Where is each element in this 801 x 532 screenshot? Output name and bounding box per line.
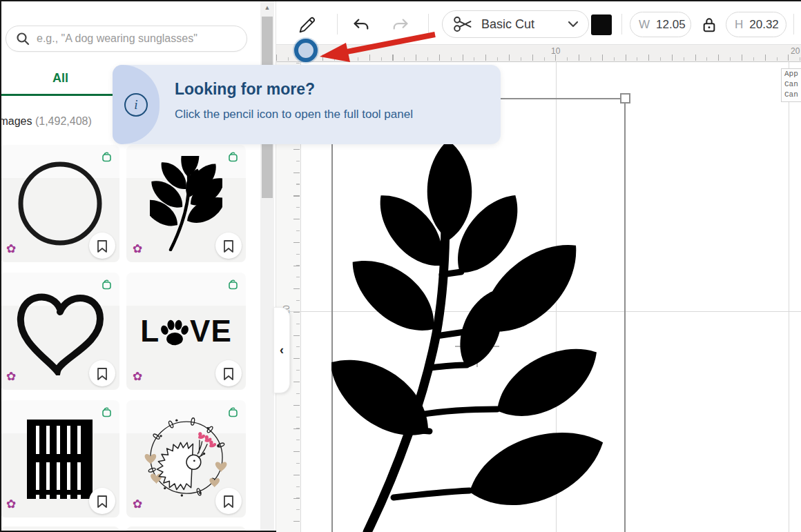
- height-label: H: [735, 18, 743, 32]
- toolbar-divider: [621, 14, 622, 35]
- bookmark-button[interactable]: [215, 360, 242, 386]
- bookmark-icon: [97, 367, 108, 380]
- height-field[interactable]: H 20.32: [726, 12, 786, 37]
- access-badge-icon: [101, 151, 113, 163]
- scissors-icon: [452, 13, 473, 35]
- design-app-window: All Images (1,492,408) ✿: [0, 0, 801, 532]
- pencil-tool-button[interactable]: [293, 11, 320, 39]
- undo-button[interactable]: [347, 11, 375, 39]
- image-tile-hedgehog-wreath[interactable]: ✿: [126, 400, 246, 518]
- linetype-label: Basic Cut: [481, 17, 568, 32]
- access-badge-icon: [227, 406, 239, 418]
- love-letter-l: L: [140, 314, 160, 348]
- tab-all[interactable]: All: [0, 71, 121, 86]
- lock-aspect-button[interactable]: [699, 15, 720, 35]
- ruler-label-10: 10: [551, 46, 560, 56]
- overlay-line: Can: [784, 90, 801, 100]
- selection-resize-handle[interactable]: [620, 93, 630, 104]
- window-border: [0, 0, 801, 1]
- access-badge-icon: [101, 406, 113, 418]
- bookmark-button[interactable]: [89, 360, 115, 386]
- leaf-branch-canvas-object[interactable]: [331, 99, 626, 532]
- image-tile-pallet[interactable]: ✿: [0, 400, 119, 518]
- highlight-circle-annotation: [294, 39, 318, 62]
- overlay-line: Can: [784, 79, 801, 90]
- access-badge-icon: [227, 151, 239, 163]
- bookmark-icon: [97, 495, 108, 508]
- image-tile-circle[interactable]: ✿: [0, 145, 119, 262]
- toolbar-divider: [337, 14, 338, 35]
- search-input[interactable]: [37, 32, 237, 45]
- scrollbar-up-arrow[interactable]: ▲: [260, 1, 274, 14]
- bookmark-icon: [223, 495, 234, 508]
- width-label: W: [639, 18, 650, 32]
- search-icon: [16, 32, 30, 46]
- access-badge-icon: [101, 279, 113, 290]
- debug-overlay-box: App Can Can: [781, 68, 801, 102]
- tooltip-body: Click the pencil icon to open the full t…: [175, 108, 413, 121]
- info-icon: i: [124, 93, 148, 117]
- chevron-left-icon: ‹: [280, 343, 284, 357]
- looking-for-more-tooltip: i Looking for more? Click the pencil ico…: [113, 65, 501, 144]
- horizontal-ruler: 10 20: [276, 44, 801, 62]
- bookmark-icon: [223, 239, 234, 253]
- collapse-panel-button[interactable]: ‹: [273, 307, 290, 393]
- redo-icon: [392, 16, 409, 34]
- bookmark-icon: [97, 239, 108, 253]
- bookmark-button[interactable]: [89, 488, 115, 514]
- canvas-toolbar: Basic Cut W 12.05 H 20.32: [276, 1, 801, 44]
- color-swatch[interactable]: [591, 14, 612, 35]
- love-letters-ve: VE: [190, 314, 232, 348]
- access-flower-icon: ✿: [6, 498, 16, 510]
- height-value: 20.32: [749, 18, 779, 32]
- overlay-line: App: [784, 69, 801, 79]
- gridline-vertical-20: [789, 62, 789, 532]
- access-flower-icon: ✿: [6, 243, 16, 255]
- chevron-down-icon: [568, 21, 579, 28]
- ruler-label-20: 20: [791, 46, 800, 56]
- image-tile-leaf-branch[interactable]: ✿: [126, 145, 246, 262]
- ruler-unit-ticks: [276, 55, 801, 61]
- image-tile-heart[interactable]: ✿: [0, 273, 119, 390]
- access-flower-icon: ✿: [6, 371, 16, 382]
- image-tile-love-paw[interactable]: L VE ✿: [126, 273, 246, 390]
- linetype-dropdown[interactable]: Basic Cut: [442, 10, 589, 38]
- pencil-icon: [296, 14, 317, 35]
- access-badge-icon: [227, 279, 239, 290]
- toolbar-divider: [428, 14, 429, 35]
- search-field[interactable]: [6, 26, 247, 52]
- tooltip-title: Looking for more?: [175, 80, 315, 99]
- access-flower-icon: ✿: [133, 498, 142, 510]
- images-result-count: Images (1,492,408): [0, 115, 92, 128]
- bookmark-button[interactable]: [215, 488, 242, 514]
- tab-all-underline: [0, 94, 121, 96]
- width-field[interactable]: W 12.05: [630, 12, 691, 37]
- bookmark-button[interactable]: [215, 233, 242, 259]
- toolbar-divider: [793, 14, 794, 35]
- bookmark-button[interactable]: [89, 233, 115, 259]
- undo-icon: [352, 16, 370, 34]
- access-flower-icon: ✿: [133, 371, 142, 382]
- access-flower-icon: ✿: [133, 243, 142, 255]
- redo-button[interactable]: [387, 11, 414, 39]
- bookmark-icon: [223, 367, 234, 380]
- lock-icon: [702, 16, 717, 34]
- width-value: 12.05: [656, 18, 686, 32]
- window-border: [0, 0, 1, 532]
- tooltip-accent: i: [113, 65, 160, 144]
- paw-print-icon: [160, 317, 189, 348]
